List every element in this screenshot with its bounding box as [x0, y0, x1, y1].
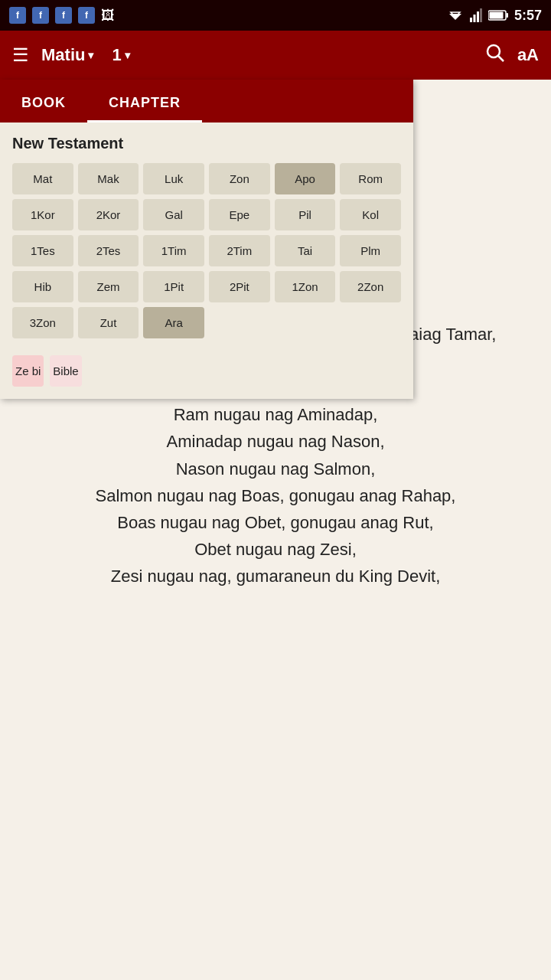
book-btn-2tes[interactable]: 2Tes — [78, 235, 139, 266]
section-title: New Testament — [12, 135, 401, 152]
status-bar: f f f f 🖼 5:57 — [0, 0, 551, 31]
tab-book[interactable]: BOOK — [0, 87, 87, 122]
book-btn-2tim[interactable]: 2Tim — [209, 235, 270, 266]
book-btn-2kor[interactable]: 2Kor — [78, 199, 139, 230]
verse-line: Boas nugau nag Obet, gonugau anag Rut, — [31, 509, 520, 536]
book-btn-1tim[interactable]: 1Tim — [143, 235, 204, 266]
book-btn-1pit[interactable]: 1Pit — [143, 271, 204, 302]
hamburger-menu[interactable]: ☰ — [12, 44, 29, 66]
book-btn-pil[interactable]: Pil — [275, 199, 336, 230]
book-title[interactable]: Matiu ▾ — [41, 45, 93, 65]
book-btn-rom[interactable]: Rom — [340, 163, 401, 194]
book-btn-gal[interactable]: Gal — [143, 199, 204, 230]
book-btn-zon[interactable]: Zon — [209, 163, 270, 194]
svg-rect-7 — [506, 13, 508, 18]
image-icon: 🖼 — [101, 8, 115, 24]
wifi-icon — [447, 9, 464, 21]
book-btn-apo[interactable]: Apo — [275, 163, 336, 194]
chapter-selector[interactable]: 1 ▾ — [112, 45, 129, 65]
verse-line: Nason nugau nag Salmon, — [31, 456, 520, 482]
svg-line-10 — [498, 56, 504, 61]
book-btn-1zon[interactable]: 1Zon — [275, 271, 336, 302]
book-btn-epe[interactable]: Epe — [209, 199, 270, 230]
svg-rect-5 — [480, 8, 482, 22]
book-grid: MatMakLukZonApoRom1Kor2KorGalEpePilKol1T… — [12, 163, 401, 338]
verse-line: Aminadap nugau nag Nason, — [31, 428, 520, 455]
verse-line: Ram nugau nag Aminadap, — [31, 401, 520, 428]
verse-line: Salmon nugau nag Boas, gonugau anag Raha… — [31, 482, 520, 509]
book-btn-ara[interactable]: Ara — [143, 307, 204, 338]
book-btn-1kor[interactable]: 1Kor — [12, 199, 73, 230]
status-bar-right: 5:57 — [447, 8, 542, 24]
chapter-number-label: 1 — [112, 45, 121, 65]
status-bar-left: f f f f 🖼 — [9, 7, 115, 24]
book-btn-tai[interactable]: Tai — [275, 235, 336, 266]
special-book-ze-bi[interactable]: Ze bi — [12, 355, 44, 387]
special-book-bible[interactable]: Bible — [50, 355, 81, 387]
special-books: Ze biBible — [12, 355, 401, 387]
fb-icon-3: f — [55, 7, 72, 24]
book-dropdown-arrow[interactable]: ▾ — [88, 49, 93, 61]
book-btn-1tes[interactable]: 1Tes — [12, 235, 73, 266]
font-size-button[interactable]: aA — [517, 45, 539, 65]
svg-point-9 — [487, 45, 500, 57]
fb-icon-2: f — [32, 7, 49, 24]
verse-line: Zesi nugau nag, gumaraneun du King Devit… — [31, 563, 520, 590]
book-btn-zut[interactable]: Zut — [78, 307, 139, 338]
status-time: 5:57 — [514, 8, 542, 24]
top-bar: ☰ Matiu ▾ 1 ▾ aA — [0, 31, 551, 80]
battery-icon — [488, 9, 508, 21]
book-btn-luk[interactable]: Luk — [143, 163, 204, 194]
svg-rect-4 — [477, 11, 479, 22]
svg-rect-2 — [470, 18, 472, 22]
book-btn-2zon[interactable]: 2Zon — [340, 271, 401, 302]
signal-icon — [470, 8, 482, 22]
verse-line: Obet nugau nag Zesi, — [31, 536, 520, 563]
book-btn-zem[interactable]: Zem — [78, 271, 139, 302]
dropdown-panel: BOOK CHAPTER New Testament MatMakLukZonA… — [0, 80, 413, 399]
dropdown-content: New Testament MatMakLukZonApoRom1Kor2Kor… — [0, 122, 413, 399]
book-btn-2pit[interactable]: 2Pit — [209, 271, 270, 302]
book-btn-hib[interactable]: Hib — [12, 271, 73, 302]
svg-rect-8 — [489, 12, 503, 19]
svg-rect-3 — [473, 15, 475, 22]
book-btn-3zon[interactable]: 3Zon — [12, 307, 73, 338]
tab-bar: BOOK CHAPTER — [0, 80, 413, 122]
book-btn-mat[interactable]: Mat — [12, 163, 73, 194]
fb-icon-4: f — [78, 7, 95, 24]
chapter-dropdown-arrow[interactable]: ▾ — [125, 49, 130, 61]
book-name-label: Matiu — [41, 45, 85, 65]
book-btn-kol[interactable]: Kol — [340, 199, 401, 230]
fb-icon-1: f — [9, 7, 26, 24]
search-button[interactable] — [485, 43, 505, 67]
book-btn-mak[interactable]: Mak — [78, 163, 139, 194]
book-btn-plm[interactable]: Plm — [340, 235, 401, 266]
tab-chapter[interactable]: CHAPTER — [87, 87, 202, 122]
